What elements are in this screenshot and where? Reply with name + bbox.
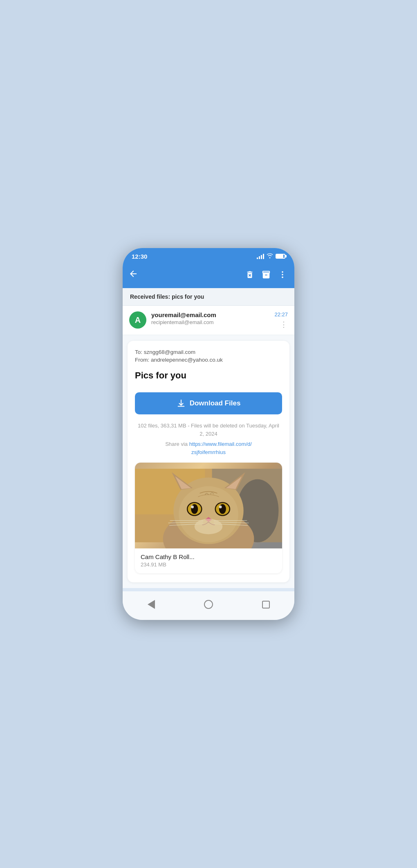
file-name: Cam Cathy B Roll... <box>141 553 276 560</box>
app-bar <box>123 263 294 288</box>
svg-point-2 <box>282 277 283 278</box>
more-button[interactable] <box>278 270 287 279</box>
download-button[interactable]: Download Files <box>135 392 282 414</box>
email-card: To: szngg68@gmail.com From: andrelepenne… <box>128 341 289 582</box>
download-icon <box>177 399 186 408</box>
svg-point-17 <box>191 506 194 508</box>
back-button[interactable] <box>128 267 141 282</box>
nav-recents-icon <box>262 601 270 608</box>
archive-button[interactable] <box>262 270 271 279</box>
nav-back-button[interactable] <box>144 597 159 612</box>
status-bar: 12:30 <box>123 248 294 263</box>
email-subject-heading: Pics for you <box>135 370 282 381</box>
email-header-right: 22:27 ⋮ <box>274 311 288 329</box>
share-prefix: Share via <box>165 441 189 447</box>
status-time: 12:30 <box>132 253 147 260</box>
recipient-email: recipientemail@email.com <box>151 319 269 325</box>
battery-icon <box>276 254 285 259</box>
signal-icon <box>257 253 264 259</box>
wifi-icon <box>267 253 273 260</box>
share-line: Share via https://www.filemail.com/d/zsj… <box>135 440 282 456</box>
cat-image <box>135 463 282 548</box>
bottom-nav <box>123 591 294 620</box>
nav-home-button[interactable] <box>201 597 216 612</box>
phone-shell: 12:30 <box>123 248 294 620</box>
email-from: From: andrelepennec@yahoo.co.uk <box>135 357 282 363</box>
email-body: To: szngg68@gmail.com From: andrelepenne… <box>123 335 294 588</box>
app-bar-left <box>128 267 141 282</box>
email-to: To: szngg68@gmail.com <box>135 349 282 355</box>
svg-point-0 <box>282 271 283 273</box>
file-preview-card[interactable]: Cam Cathy B Roll... 234.91 MB <box>135 463 282 573</box>
file-size: 234.91 MB <box>141 562 276 568</box>
status-icons <box>257 253 285 260</box>
svg-point-21 <box>219 506 222 508</box>
nav-recents-button[interactable] <box>258 597 273 612</box>
email-time: 22:27 <box>274 311 288 318</box>
app-bar-actions <box>245 270 287 279</box>
delete-button[interactable] <box>245 270 254 279</box>
svg-point-1 <box>282 274 283 275</box>
file-preview-image <box>135 463 282 548</box>
email-more-button[interactable]: ⋮ <box>280 320 288 329</box>
nav-home-icon <box>204 600 213 609</box>
download-button-label: Download Files <box>190 399 241 407</box>
avatar: A <box>129 311 146 329</box>
svg-point-28 <box>195 519 223 535</box>
sender-email: youremail@email.com <box>151 311 269 318</box>
email-header: A youremail@email.com recipientemail@ema… <box>123 306 294 335</box>
email-meta: youremail@email.com recipientemail@email… <box>151 311 269 325</box>
subject-bar: Received files: pics for you <box>123 288 294 306</box>
file-info: 102 files, 363,31 MB - Files will be del… <box>135 422 282 438</box>
share-link[interactable]: https://www.filemail.com/d/zsjfoifemrrhi… <box>189 441 252 455</box>
subject-text: Received files: pics for you <box>130 293 204 300</box>
nav-back-icon <box>148 600 155 609</box>
file-preview-info: Cam Cathy B Roll... 234.91 MB <box>135 548 282 573</box>
